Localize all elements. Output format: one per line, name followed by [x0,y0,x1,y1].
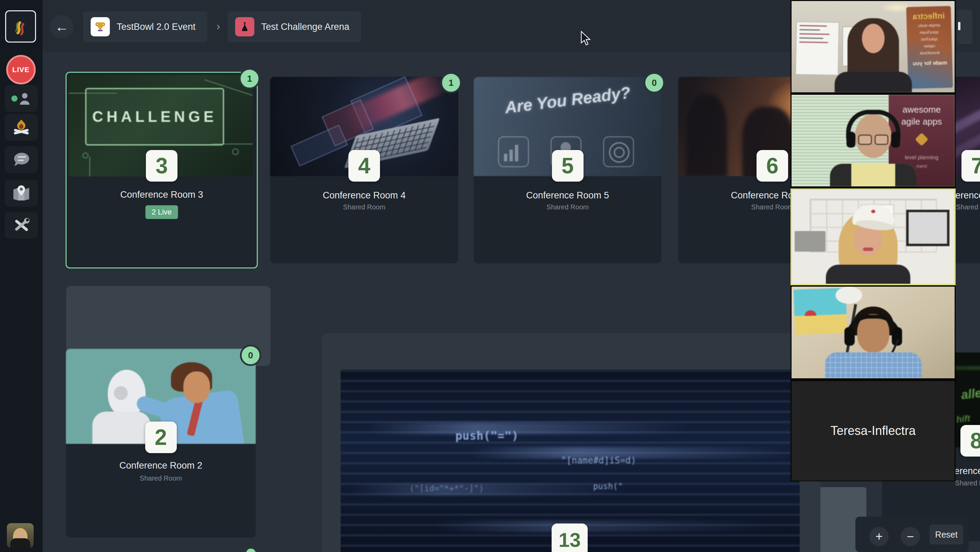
app-logo[interactable] [5,10,36,43]
room-card-conference-room-2[interactable]: 2 Conference Room 2 Shared Room 0 [66,349,256,538]
room-title: Conference Room 4 [270,190,458,201]
breadcrumb-event-label: TestBowl 2.0 Event [117,22,196,32]
room-card-conference-room-4[interactable]: 4 Conference Room 4 Shared Room 1 [270,77,458,263]
breadcrumb-room-label: Test Challenge Arena [261,22,350,32]
campfire-icon [12,118,31,137]
tools-icon [12,216,30,234]
trophy-icon [91,17,110,37]
flask-icon [235,17,255,37]
online-attendees-icon [10,92,32,105]
participant-count-badge: 0 [240,345,261,366]
room-number-8: 8 [961,425,980,457]
inflectra-banner-mirrored: inflectra simple tools: spiraTeam spiraT… [906,6,953,89]
room-subtitle: Shared Room [474,203,662,211]
sidebar-item-chat[interactable] [5,146,38,173]
room-number-4: 4 [348,150,380,181]
room-number-3: 3 [146,150,177,181]
spiraplan-logo [915,132,929,146]
sidebar-item-tools[interactable] [5,212,38,239]
room-card-conference-room-5[interactable]: Are You Ready? 5 Conference Room 5 Share… [474,77,662,263]
user-avatar[interactable] [7,523,33,548]
sidebar-item-campfire[interactable] [5,114,38,141]
video-feed-participant-1[interactable]: inflectra simple tools: spiraTeam spiraT… [792,1,955,92]
breadcrumb-event[interactable]: TestBowl 2.0 Event [83,11,207,42]
reset-label: Reset [935,530,957,540]
video-feed-participant-4[interactable] [792,286,955,378]
room-number-5: 5 [552,150,584,181]
breadcrumb-room[interactable]: Test Challenge Arena [228,11,361,42]
minus-icon: − [907,529,914,544]
back-arrow-icon: ← [55,19,68,35]
video-feed-participant-2[interactable]: awesome agile apps level planning ment [792,95,955,186]
breadcrumb-separator: › [212,20,224,33]
room-title: Conference Room 2 [66,460,256,471]
participant-count-badge: 1 [239,68,260,89]
video-feed-participant-3-active-speaker[interactable] [791,188,956,285]
room-number-2: 2 [145,422,177,453]
room-number-6: 6 [757,150,788,181]
chat-bubble-icon [12,152,30,167]
canvas-zoom-controls: + − Reset [855,517,969,552]
partially-hidden-button[interactable] [957,10,972,44]
participant-count-badge: 0 [644,72,665,93]
logo-waves-icon [11,16,30,37]
video-feed-participant-5-camera-off[interactable]: Teresa-Inflectra [792,381,955,480]
participant-name-label: Teresa-Inflectra [830,424,915,438]
room-title: Conference Room 3 [67,189,257,200]
room-subtitle: Shared Room [66,474,256,482]
sidebar-item-attendees[interactable] [5,85,38,112]
are-you-ready-text: Are You Ready? [480,80,654,120]
hidden-button-glyph [958,22,961,30]
live-badge[interactable]: LIVE [6,55,36,84]
room-subtitle: Shared Room [270,203,458,211]
map-pin-icon [12,185,30,202]
mouse-cursor [580,31,591,46]
live-label: LIVE [12,65,30,74]
zoom-out-button[interactable]: − [901,527,920,546]
left-sidebar: LIVE [0,0,43,552]
room-title: Conference Room 5 [474,190,662,201]
room-card-13[interactable]: push("=") "[name#d]iS=d) push(" ("[id="*… [322,333,820,552]
participant-count-badge-clipped [246,549,256,552]
challenge-text: CHALLENGE [92,108,217,125]
room-card-conference-room-3[interactable]: CHALLENGE 3 Conference Room 3 2 Live 1 [65,72,258,269]
participant-count-badge: 1 [441,72,462,93]
video-feed-panel: inflectra simple tools: spiraTeam spiraT… [791,0,956,481]
challenge-frame: CHALLENGE [85,88,224,146]
sidebar-item-map[interactable] [5,180,38,207]
live-count-pill[interactable]: 2 Live [146,205,178,219]
room-number-7: 7 [961,150,980,181]
room-number-13: 13 [552,523,588,552]
zoom-in-button[interactable]: + [869,527,889,546]
back-button[interactable]: ← [50,15,73,38]
zoom-reset-button[interactable]: Reset [929,525,963,544]
plus-icon: + [875,529,883,544]
